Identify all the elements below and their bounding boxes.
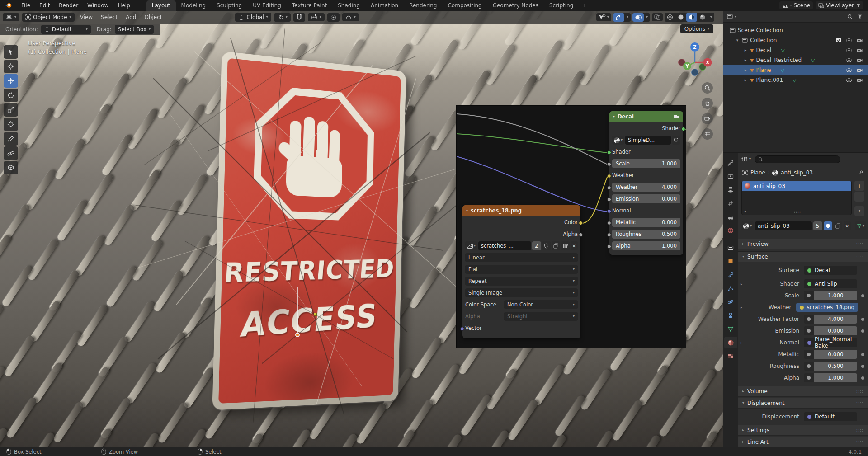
orientation-setting-dropdown[interactable]: Default ▾ xyxy=(41,25,91,34)
camera-icon[interactable] xyxy=(857,48,863,52)
roughness-slider[interactable]: 0.500 xyxy=(814,362,857,371)
material-name-field[interactable]: anti_slip_03 xyxy=(755,221,812,230)
search-icon[interactable] xyxy=(847,14,853,19)
restricted-access-sign[interactable]: RESTRICTED ACCESS xyxy=(212,51,406,410)
tab-output[interactable] xyxy=(724,184,737,196)
color-output-socket[interactable] xyxy=(579,221,583,225)
emission-socket-button[interactable] xyxy=(804,326,814,335)
decal-input-metallic[interactable]: Metallic0.000 xyxy=(612,217,680,228)
filter-icon[interactable] xyxy=(856,3,861,8)
decal-input-emission[interactable]: Emission0.000 xyxy=(612,193,680,204)
add-workspace-button[interactable]: + xyxy=(579,0,590,11)
alpha-socket-button[interactable] xyxy=(804,373,814,382)
tab-scripting[interactable]: Scripting xyxy=(544,0,579,11)
camera-view-button[interactable] xyxy=(702,113,713,124)
transform-orientation-selector[interactable]: Global ▾ xyxy=(235,13,271,22)
menu-help[interactable]: Help xyxy=(113,2,134,9)
animate-dot[interactable] xyxy=(857,294,864,297)
unlink-material-button[interactable]: ✕ xyxy=(844,221,851,230)
panel-displacement[interactable]: ▾ Displacement:::: xyxy=(738,398,868,409)
weather-factor-socket-button[interactable] xyxy=(804,315,814,324)
alpha-input-socket[interactable] xyxy=(607,244,611,249)
decal-node-header[interactable]: ▾ Decal xyxy=(609,111,683,122)
scale-slider[interactable]: 1.000 xyxy=(814,291,857,300)
expand-icon[interactable]: ▾ xyxy=(735,38,740,42)
tab-geometry-nodes[interactable]: Geometry Nodes xyxy=(487,0,544,11)
tab-rendering[interactable]: Rendering xyxy=(404,0,442,11)
pin-icon[interactable] xyxy=(858,170,863,175)
decal-input-weather[interactable]: Weather4.000 xyxy=(612,182,680,193)
xray-toggle[interactable] xyxy=(652,13,663,21)
camera-icon[interactable] xyxy=(857,68,863,72)
breadcrumb-object[interactable]: Plane xyxy=(750,169,765,176)
image-source-select[interactable]: Single Image▾ xyxy=(465,287,578,298)
material-users-count[interactable]: 5 xyxy=(813,221,822,230)
tab-modeling[interactable]: Modeling xyxy=(176,0,212,11)
menu-view[interactable]: View xyxy=(76,14,97,20)
tab-uv-editing[interactable]: UV Editing xyxy=(247,0,287,11)
tool-add-primitive[interactable] xyxy=(4,161,18,174)
menu-add[interactable]: Add xyxy=(122,14,140,20)
tab-material[interactable] xyxy=(724,337,737,348)
tab-view-layer[interactable] xyxy=(724,197,737,209)
roughness-socket-button[interactable] xyxy=(804,362,814,371)
outliner-editor-selector[interactable]: ▾ xyxy=(727,14,736,19)
tool-scale[interactable] xyxy=(4,103,18,117)
copy-material-button[interactable] xyxy=(834,221,842,230)
shading-solid-button[interactable] xyxy=(675,13,686,22)
image-projection-select[interactable]: Flat▾ xyxy=(465,264,578,275)
browse-material-button[interactable]: ▾ xyxy=(741,221,754,230)
animate-dot[interactable] xyxy=(857,353,864,356)
options-dropdown[interactable]: Options ▾ xyxy=(680,24,713,33)
eye-icon[interactable] xyxy=(846,58,852,62)
perspective-toggle-button[interactable] xyxy=(702,128,713,140)
image-node-header[interactable]: ▾ scratches_18.png xyxy=(462,205,580,216)
material-specials-button[interactable]: ▾ xyxy=(855,221,866,230)
object-origin-point[interactable] xyxy=(295,333,300,337)
alpha-output-socket[interactable] xyxy=(579,233,583,237)
tab-particles[interactable] xyxy=(724,282,737,294)
decal-input-alpha[interactable]: Alpha1.000 xyxy=(612,240,680,251)
decal-input-scale[interactable]: Scale1.000 xyxy=(612,158,680,169)
image-texture-node[interactable]: ▾ scratches_18.png Color Alpha ▾ scratch… xyxy=(462,205,580,338)
camera-icon[interactable] xyxy=(857,78,863,82)
tool-rotate[interactable] xyxy=(4,89,18,102)
weather-value-socket[interactable] xyxy=(607,186,611,190)
scale-input-socket[interactable] xyxy=(607,162,611,166)
image-browse-button[interactable]: ▾ xyxy=(465,241,477,250)
mode-selector[interactable]: Object Mode ▾ xyxy=(22,13,75,22)
properties-search-input[interactable] xyxy=(765,156,837,162)
animate-dot[interactable] xyxy=(857,376,864,380)
shader-node-editor[interactable]: ▾ Decal Shader ▾ SimpleD... Shader Scale… xyxy=(456,105,686,348)
decal-node[interactable]: ▾ Decal Shader ▾ SimpleD... Shader Scale… xyxy=(609,111,683,255)
tool-cursor[interactable] xyxy=(4,60,18,73)
fake-user-button[interactable] xyxy=(672,136,680,145)
gizmos-toggle[interactable] xyxy=(613,13,624,22)
image-users-count[interactable]: 2 xyxy=(532,241,541,250)
expand-icon[interactable]: ▸ xyxy=(741,306,742,310)
snap-target-selector[interactable]: ▾ xyxy=(308,13,325,21)
viewport-3d[interactable]: RESTRICTED ACCESS xyxy=(0,11,723,447)
displacement-value-dropdown[interactable]: Default xyxy=(804,412,857,421)
selectability-visibility-dropdown[interactable]: ▾ xyxy=(596,13,611,21)
overlays-dropdown[interactable]: ▾ xyxy=(644,14,650,20)
viewlayer-selector[interactable]: ViewLayer xyxy=(816,1,863,9)
snap-toggle[interactable] xyxy=(293,13,305,22)
expand-icon[interactable]: ▸ xyxy=(743,68,748,72)
metallic-slider[interactable]: 0.000 xyxy=(814,350,857,359)
zoom-button[interactable] xyxy=(702,82,713,94)
filter-icon[interactable] xyxy=(857,14,863,19)
eye-icon[interactable] xyxy=(846,78,852,82)
animate-dot[interactable] xyxy=(857,318,864,321)
shading-material-button[interactable] xyxy=(686,13,697,22)
surface-value-dropdown[interactable]: Decal xyxy=(804,266,857,275)
expand-icon[interactable]: ▸ xyxy=(743,48,748,52)
node-group-name-field[interactable]: SimpleD... xyxy=(625,136,671,145)
camera-icon[interactable] xyxy=(857,58,863,62)
image-name-field[interactable]: scratches_... xyxy=(478,241,531,250)
pivot-point-selector[interactable]: ▾ xyxy=(274,13,291,22)
normal-value-dropdown[interactable]: Plane_Normal Bake xyxy=(804,338,857,347)
outliner-row-plane[interactable]: ▸ ▼ Plane ▽ xyxy=(723,65,868,75)
gizmos-dropdown[interactable]: ▾ xyxy=(624,14,631,20)
add-slot-button[interactable]: + xyxy=(854,181,864,191)
